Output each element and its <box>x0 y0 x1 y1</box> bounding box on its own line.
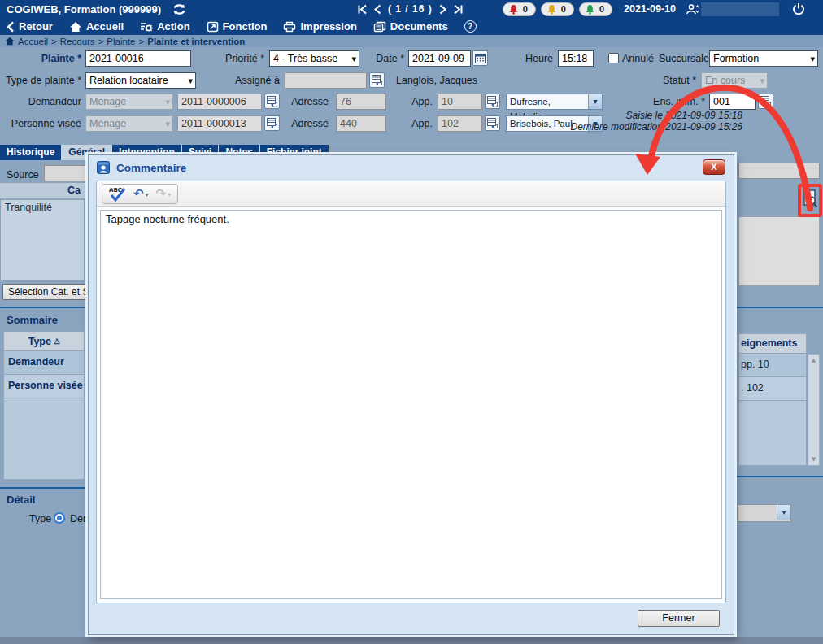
comment-magnifier-icon[interactable] <box>803 188 819 212</box>
dialog-title-bar: Commentaire X <box>89 155 734 180</box>
assigne-input <box>285 72 367 89</box>
heure-input[interactable]: 15:18 <box>558 50 594 67</box>
modification-timestamp: Dernière modification 2021-09-09 15:26 <box>417 121 742 133</box>
demandeur-numero-input: 2011-0000006 <box>177 94 262 110</box>
heure-label: Heure <box>512 50 553 67</box>
fermer-button[interactable]: Fermer <box>638 610 720 627</box>
sommaire-grid-empty <box>3 398 85 480</box>
alert-count: 0 <box>523 4 528 14</box>
dialog-close-button[interactable]: X <box>703 159 725 175</box>
editor-toolbar: ABC <box>97 181 725 207</box>
last-record-button[interactable] <box>453 4 464 15</box>
sommaire-row-personne-visee[interactable]: Personne visée <box>3 375 85 398</box>
calendar-icon[interactable] <box>472 50 488 66</box>
menu-accueil[interactable]: Accueil <box>69 20 124 33</box>
assigne-lookup-icon[interactable] <box>369 72 385 88</box>
menu-impression[interactable]: Impression <box>283 20 356 33</box>
redacted-username <box>701 2 779 16</box>
alert-count: 0 <box>561 4 566 14</box>
demandeur-adresse-label: Adresse <box>286 94 329 110</box>
personne-type-select: Ménage <box>85 115 173 132</box>
renseignements-column-header[interactable]: eignements <box>738 333 807 354</box>
plainte-input[interactable]: 2021-00016 <box>85 50 191 67</box>
demandeur-type-select: Ménage <box>85 94 173 110</box>
action-gear-icon <box>140 21 153 33</box>
help-button[interactable]: ? <box>464 20 477 33</box>
menu-retour[interactable]: Retour <box>7 20 53 33</box>
demandeur-lookup-icon[interactable] <box>264 94 280 109</box>
priorite-select[interactable]: 4 - Très basse <box>269 50 359 67</box>
menu-fonction[interactable]: Fonction <box>207 20 268 33</box>
selection-categorie-button[interactable]: Sélection Cat. et S <box>2 284 101 300</box>
personne-adresse-input: 440 <box>336 115 386 132</box>
sommaire-title: Sommaire <box>7 314 58 326</box>
source-label: Source <box>7 167 41 183</box>
assigne-person-text: Langlois, Jacques <box>396 72 526 89</box>
menu-documents[interactable]: Documents <box>373 20 448 33</box>
function-arrow-icon <box>207 21 219 33</box>
breadcrumb-current: Plainte et intervention <box>147 37 245 46</box>
ens-imm-lookup-icon[interactable] <box>758 94 773 109</box>
documents-icon <box>373 21 386 33</box>
menu-action[interactable]: Action <box>140 20 189 33</box>
green-bell-icon <box>585 4 595 15</box>
first-record-button[interactable] <box>357 4 368 15</box>
undo-button[interactable] <box>133 186 149 201</box>
next-record-button[interactable] <box>438 4 447 15</box>
user-icon[interactable] <box>686 3 699 15</box>
sort-asc-icon: △ <box>54 337 59 345</box>
ens-imm-input[interactable]: 001 <box>709 94 756 110</box>
redo-button[interactable] <box>156 186 172 201</box>
breadcrumb-link[interactable]: Recours <box>60 37 95 46</box>
plainte-label: Plainte * <box>0 50 81 67</box>
demandeur-app-label: App. <box>405 94 433 110</box>
demandeur-app-lookup-icon[interactable] <box>485 94 500 109</box>
breadcrumb-home-icon <box>5 37 15 46</box>
detail-right-dropdown[interactable] <box>737 504 791 522</box>
categorie-listbox: Tranquilité <box>0 199 85 281</box>
comment-editor: ABC Tapage nocturne fréquent. <box>96 181 726 603</box>
scroll-up-icon[interactable]: ▲ <box>808 355 819 366</box>
renseignements-grid-empty <box>738 401 807 466</box>
renseignements-row[interactable]: pp. 10 <box>738 354 807 377</box>
yellow-bell-icon <box>546 4 557 15</box>
tab-historique[interactable]: Historique <box>0 145 62 160</box>
app-title: COGIWEB, Formation (999999) <box>7 3 161 15</box>
breadcrumb-link[interactable]: Plainte <box>107 37 135 46</box>
detail-type-radio[interactable] <box>54 512 65 524</box>
sommaire-type-column-header[interactable]: Type △ <box>3 331 85 351</box>
renseignements-scrollbar[interactable]: ▲ ▼ <box>808 354 820 466</box>
date-input[interactable]: 2021-09-09 <box>408 50 471 67</box>
alert-badge-green[interactable]: 0 <box>579 2 612 16</box>
detail-title: Détail <box>7 494 35 506</box>
sommaire-row-demandeur[interactable]: Demandeur <box>3 351 85 375</box>
spellcheck-button[interactable]: ABC <box>109 186 126 202</box>
demandeur-nom-combo[interactable]: Dufresne, Melodie <box>506 94 603 110</box>
back-chevron-icon <box>7 21 15 33</box>
alert-badges: 0 0 0 <box>503 2 612 16</box>
demandeur-app-input: 10 <box>438 94 482 110</box>
type-plainte-select[interactable]: Relation locataire <box>85 72 196 89</box>
personne-lookup-icon[interactable] <box>264 115 280 131</box>
scroll-down-icon[interactable]: ▼ <box>808 454 819 465</box>
alert-badge-red[interactable]: 0 <box>503 2 536 16</box>
right-disabled-input <box>738 163 820 179</box>
logout-power-icon[interactable] <box>792 2 805 15</box>
succursale-label: Succursale <box>659 50 709 67</box>
categorie-list-item[interactable]: Tranquilité <box>1 200 84 215</box>
pager-position: ( 1 / 16 ) <box>388 3 433 15</box>
comment-textarea[interactable]: Tapage nocturne fréquent. <box>100 210 722 599</box>
annule-checkbox[interactable] <box>608 53 619 63</box>
succursale-select[interactable]: Formation <box>709 50 818 67</box>
annule-label: Annulé <box>622 50 660 67</box>
priorite-label: Priorité * <box>199 50 264 67</box>
alert-badge-yellow[interactable]: 0 <box>541 2 574 16</box>
previous-record-button[interactable] <box>373 4 382 15</box>
breadcrumb: Accueil > Recours > Plainte > Plainte et… <box>0 35 823 47</box>
personne-adresse-label: Adresse <box>286 115 329 132</box>
source-input <box>44 165 94 181</box>
printer-icon <box>283 21 296 33</box>
breadcrumb-link[interactable]: Accueil <box>18 37 48 46</box>
renseignements-row[interactable]: . 102 <box>738 377 807 401</box>
refresh-icon[interactable] <box>172 3 186 15</box>
